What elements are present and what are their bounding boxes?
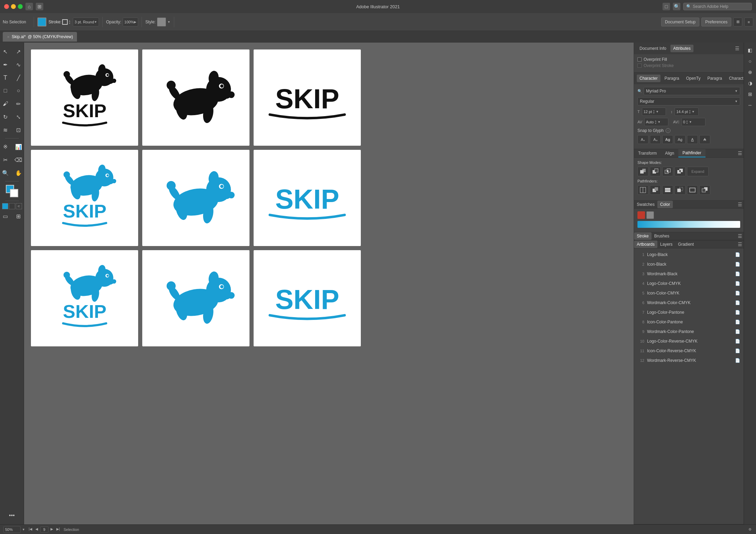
zoom-btn[interactable]: 🔍 — [0, 167, 12, 179]
font-size-field[interactable]: 12 pt ▲▼ ▼ — [642, 108, 666, 116]
brushes-tab[interactable]: Brushes — [652, 232, 672, 240]
divide-btn[interactable] — [637, 185, 648, 195]
document-tab[interactable]: ✕ Skip.ai* @ 50% (CMYK/Preview) — [3, 32, 77, 42]
overprint-stroke-checkbox[interactable] — [637, 64, 642, 68]
transform-icon[interactable]: ↔ — [745, 100, 755, 110]
zoom-field[interactable]: 50% — [3, 526, 21, 533]
first-page-btn[interactable]: |◀ — [28, 526, 33, 532]
snap-info-icon[interactable]: i — [666, 128, 670, 133]
smallcaps-btn[interactable]: Aₐ — [650, 135, 661, 144]
swatches-panel-menu[interactable]: ☰ — [736, 202, 744, 207]
pencil-btn[interactable]: ✏ — [12, 98, 25, 110]
background-color[interactable] — [10, 189, 18, 197]
artboard-9[interactable]: SKIP — [254, 250, 361, 346]
layers-tab[interactable]: Layers — [657, 241, 675, 248]
color-tab[interactable]: Color — [657, 201, 673, 208]
fill-swatch[interactable] — [637, 211, 645, 219]
artboard-3[interactable]: SKIP — [254, 49, 361, 146]
artboard-list-item[interactable]: 4 Logo-Color-CMYK 📄 — [634, 279, 744, 288]
leading-spinner[interactable]: ▲▼ — [689, 109, 691, 114]
normal-view-btn[interactable] — [2, 203, 8, 209]
properties-icon[interactable]: ◧ — [745, 45, 755, 55]
panel-toggle[interactable]: ≡ — [744, 18, 753, 26]
artboard-list-item[interactable]: 6 Wordmark-Color-CMYK 📄 — [634, 298, 744, 308]
panel-menu-icon[interactable]: ☰ — [734, 46, 741, 51]
tracking-spinner[interactable]: ▲▼ — [686, 120, 688, 124]
direct-select-btn[interactable]: ↗ — [12, 45, 25, 58]
line-tool-btn[interactable]: ╱ — [12, 71, 25, 84]
align-tab[interactable]: Align — [661, 149, 678, 157]
attributes-tab[interactable]: Attributes — [670, 45, 693, 52]
artboard-list-item[interactable]: 2 Icon-Black 📄 — [634, 259, 744, 269]
artboard-list-item[interactable]: 9 Wordmark-Color-Pantone 📄 — [634, 327, 744, 336]
curvature-btn[interactable]: ∿ — [12, 58, 25, 71]
stroke-panel-menu[interactable]: ☰ — [736, 233, 744, 239]
artboard-1[interactable]: SKIP — [31, 49, 138, 146]
strikethrough-btn[interactable]: A — [699, 135, 710, 144]
effects-icon[interactable]: ◑ — [745, 78, 755, 88]
expand-btn[interactable]: Expand — [687, 167, 709, 176]
preferences-button[interactable]: Preferences — [701, 18, 731, 26]
next-page-btn[interactable]: ▶ — [49, 526, 55, 532]
kerning-spinner[interactable]: ▲▼ — [655, 120, 657, 124]
search-adobe-icon[interactable]: 🔍 — [673, 3, 680, 10]
document-setup-button[interactable]: Document Setup — [661, 18, 699, 26]
superscript-btn[interactable]: Ag — [662, 135, 673, 144]
character-tab[interactable]: Character — [637, 75, 660, 82]
overprint-fill-checkbox[interactable] — [637, 57, 642, 62]
font-style-select[interactable]: Regular ▼ — [637, 97, 740, 105]
minus-front-btn[interactable] — [650, 167, 661, 176]
artboard-list-item[interactable]: 8 Icon-Color-Pantone 📄 — [634, 317, 744, 327]
merge-btn[interactable] — [662, 185, 673, 195]
clipping-btn[interactable]: ⊂ — [16, 203, 22, 209]
artboard-list-item[interactable]: 3 Wordmark-Black 📄 — [634, 269, 744, 279]
font-size-spinner[interactable]: ▲▼ — [653, 109, 655, 114]
kerning-field[interactable]: Auto ▲▼ ▼ — [644, 118, 668, 126]
rect-tool-btn[interactable]: □ — [0, 85, 12, 97]
font-name-select[interactable]: Myriad Pro ▼ — [644, 87, 740, 95]
stroke-tab[interactable]: Stroke — [634, 232, 652, 240]
subscript-btn[interactable]: Ag — [675, 135, 686, 144]
outline-btn[interactable] — [687, 185, 698, 195]
workspace-icon[interactable]: ⊞ — [36, 3, 43, 10]
maximize-button[interactable] — [18, 4, 23, 9]
unite-btn[interactable] — [637, 167, 648, 176]
ellipse-tool-btn[interactable]: ○ — [12, 85, 25, 97]
artboard-list-item[interactable]: 7 Logo-Color-Pantone 📄 — [634, 308, 744, 317]
free-transform-btn[interactable]: ⊡ — [12, 124, 25, 136]
artboards-tab[interactable]: Artboards — [634, 241, 657, 248]
minus-back-btn[interactable] — [699, 185, 710, 195]
artboard-list-item[interactable]: 5 Icon-Color-CMYK 📄 — [634, 288, 744, 298]
uppercase-btn[interactable]: Aₓ — [637, 135, 648, 144]
artboard-4[interactable]: SKIP — [31, 150, 138, 246]
arrange-icon[interactable]: ⊞ — [733, 18, 742, 26]
artboard-list-item[interactable]: 11 Icon-Color-Reverse-CMYK 📄 — [634, 346, 744, 356]
opentype-tab[interactable]: OpenTy — [683, 75, 703, 82]
libraries-icon[interactable]: ○ — [745, 56, 755, 66]
opacity-field[interactable]: 100% ▶ — [123, 18, 138, 26]
stroke-weight-field[interactable]: 3 pt. Round ▼ — [73, 18, 99, 26]
page-field[interactable]: 9 — [40, 526, 48, 533]
eraser-btn[interactable]: ⌫ — [12, 154, 25, 166]
minimize-button[interactable] — [11, 4, 16, 9]
hand-btn[interactable]: ✋ — [12, 167, 25, 179]
fill-stroke-boxes[interactable] — [6, 185, 18, 197]
status-icon[interactable]: ⚙ — [747, 527, 753, 532]
crop-btn[interactable] — [675, 185, 686, 195]
warp-btn[interactable]: ≋ — [0, 124, 12, 136]
leading-field[interactable]: 14.4 pt ▲▼ ▼ — [675, 108, 699, 116]
search-adobe-bar[interactable]: 🔍 Search Adobe Help — [683, 3, 752, 10]
align-icon[interactable]: ⊞ — [745, 89, 755, 99]
artboard-8[interactable] — [142, 250, 249, 346]
slice-btn[interactable]: ✂ — [0, 154, 12, 166]
pathfinder-tab[interactable]: Pathfinder — [678, 149, 705, 157]
artboard-list-item[interactable]: 10 Logo-Color-Reverse-CMYK 📄 — [634, 336, 744, 346]
graph-btn[interactable]: 📊 — [12, 141, 25, 153]
paragra-tab-2[interactable]: Paragra — [704, 75, 725, 82]
stroke-spinner[interactable]: ▲ ▼ — [68, 20, 71, 24]
scale-btn[interactable]: ⤡ — [12, 111, 25, 123]
appearance-icon[interactable]: ⊕ — [745, 67, 755, 77]
fill-color-box[interactable] — [37, 18, 46, 26]
style-box[interactable] — [157, 18, 166, 26]
color-gradient-bar[interactable] — [637, 221, 740, 228]
